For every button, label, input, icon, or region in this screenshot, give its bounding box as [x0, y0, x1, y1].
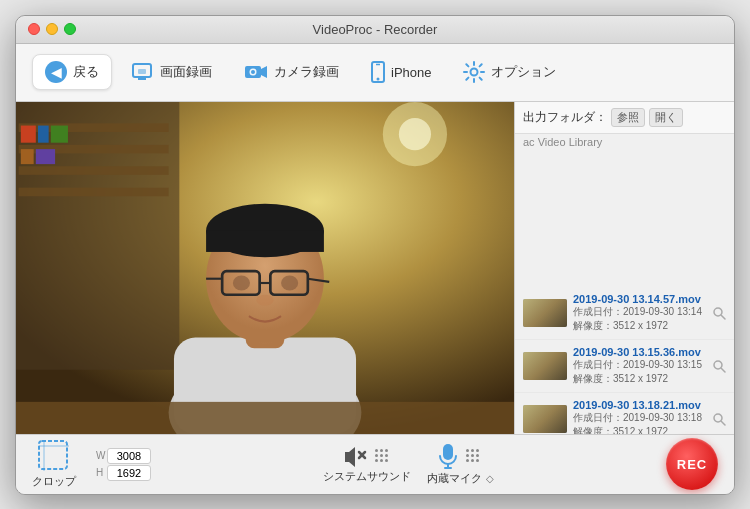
file-date: 作成日付：2019-09-30 13:15 [573, 358, 706, 372]
svg-rect-18 [38, 125, 49, 142]
file-date: 作成日付：2019-09-30 13:14 [573, 305, 706, 319]
file-list: 2019-09-30 13.14.57.mov 作成日付：2019-09-30 … [515, 283, 734, 434]
gear-icon [463, 61, 485, 83]
output-folder-label: 出力フォルダ： [523, 109, 607, 126]
svg-rect-17 [21, 125, 36, 142]
dot [385, 449, 388, 452]
main-content: 出力フォルダ： 参照 開く ac Video Library 2019-09-3… [16, 102, 734, 434]
list-item[interactable]: 2019-09-30 13.15.36.mov 作成日付：2019-09-30 … [515, 340, 734, 393]
dot [380, 454, 383, 457]
width-input[interactable]: 3008 [107, 448, 151, 464]
crop-icon[interactable] [38, 440, 70, 472]
side-panel: 出力フォルダ： 参照 開く ac Video Library 2019-09-3… [514, 102, 734, 434]
svg-rect-16 [19, 187, 169, 196]
system-sound-control[interactable]: システムサウンド [323, 445, 411, 484]
file-info: 2019-09-30 13.14.57.mov 作成日付：2019-09-30 … [573, 293, 706, 333]
dot [375, 449, 378, 452]
dot [471, 449, 474, 452]
height-letter: H [96, 467, 104, 478]
screen-record-icon [132, 63, 154, 81]
dot [385, 459, 388, 462]
app-window: VideoProc - Recorder ◀ 戻る 画面録画 カメラ録画 [15, 15, 735, 495]
height-input[interactable]: 1692 [107, 465, 151, 481]
dot [476, 454, 479, 457]
microphone-icon [438, 443, 458, 469]
bottom-bar: クロップ W 3008 H 1692 [16, 434, 734, 494]
webcam-preview [16, 102, 514, 434]
window-title: VideoProc - Recorder [313, 22, 438, 37]
screen-record-button[interactable]: 画面録画 [120, 57, 224, 87]
svg-rect-19 [51, 125, 68, 142]
search-icon[interactable] [712, 306, 726, 320]
svg-point-39 [714, 308, 722, 316]
svg-line-40 [722, 315, 726, 319]
svg-point-10 [471, 69, 478, 76]
speaker-muted-icon [343, 445, 367, 467]
svg-point-36 [281, 275, 298, 290]
system-sound-menu-icon[interactable] [371, 445, 392, 466]
minimize-button[interactable] [46, 23, 58, 35]
file-thumbnail [523, 405, 567, 433]
svg-point-43 [714, 414, 722, 422]
dot [385, 454, 388, 457]
open-button[interactable]: 開く [649, 108, 683, 127]
svg-point-35 [233, 275, 250, 290]
mic-menu-icon[interactable] [462, 445, 483, 466]
svg-rect-52 [443, 444, 453, 460]
height-row: H 1692 [96, 465, 151, 481]
camera-record-label: カメラ録画 [274, 63, 339, 81]
camera-record-button[interactable]: カメラ録画 [232, 56, 351, 88]
mic-label: 内蔵マイク [427, 471, 482, 486]
svg-point-41 [714, 361, 722, 369]
svg-marker-6 [261, 66, 267, 78]
search-icon[interactable] [712, 359, 726, 373]
file-name: 2019-09-30 13.15.36.mov [573, 346, 706, 358]
svg-line-42 [722, 368, 726, 372]
svg-point-23 [399, 118, 431, 150]
file-resolution: 解像度：3512 x 1972 [573, 425, 706, 434]
width-letter: W [96, 450, 104, 461]
output-folder-path: ac Video Library [515, 134, 734, 283]
browse-button[interactable]: 参照 [611, 108, 645, 127]
file-name: 2019-09-30 13.18.21.mov [573, 399, 706, 411]
file-date: 作成日付：2019-09-30 13:18 [573, 411, 706, 425]
options-button[interactable]: オプション [451, 55, 568, 89]
list-item[interactable]: 2019-09-30 13.18.21.mov 作成日付：2019-09-30 … [515, 393, 734, 434]
crop-control[interactable]: クロップ [32, 440, 76, 489]
svg-rect-20 [21, 149, 34, 164]
iphone-button[interactable]: iPhone [359, 55, 443, 89]
svg-rect-38 [16, 401, 514, 433]
svg-line-44 [722, 421, 726, 425]
back-button[interactable]: ◀ 戻る [32, 54, 112, 90]
dot [471, 454, 474, 457]
svg-point-37 [256, 294, 273, 305]
mic-sub: ◇ [486, 473, 494, 484]
iphone-icon [371, 61, 385, 83]
toolbar: ◀ 戻る 画面録画 カメラ録画 [16, 44, 734, 102]
titlebar: VideoProc - Recorder [16, 16, 734, 44]
iphone-label: iPhone [391, 65, 431, 80]
crop-label: クロップ [32, 474, 76, 489]
output-folder-bar: 出力フォルダ： 参照 開く [515, 102, 734, 134]
dot [466, 449, 469, 452]
close-button[interactable] [28, 23, 40, 35]
file-info: 2019-09-30 13.18.21.mov 作成日付：2019-09-30 … [573, 399, 706, 434]
svg-point-5 [251, 70, 255, 74]
options-label: オプション [491, 63, 556, 81]
rec-label: REC [677, 457, 707, 472]
mic-label-row: 内蔵マイク ◇ [427, 471, 494, 486]
record-button[interactable]: REC [666, 438, 718, 490]
svg-rect-47 [39, 441, 67, 469]
svg-rect-21 [36, 149, 55, 164]
svg-rect-2 [138, 69, 146, 74]
list-item[interactable]: 2019-09-30 13.14.57.mov 作成日付：2019-09-30 … [515, 287, 734, 340]
file-name: 2019-09-30 13.14.57.mov [573, 293, 706, 305]
dot [476, 449, 479, 452]
search-icon[interactable] [712, 412, 726, 426]
back-arrow-icon: ◀ [45, 61, 67, 83]
file-info: 2019-09-30 13.15.36.mov 作成日付：2019-09-30 … [573, 346, 706, 386]
svg-rect-15 [19, 166, 169, 175]
mic-control[interactable]: 内蔵マイク ◇ [427, 443, 494, 486]
maximize-button[interactable] [64, 23, 76, 35]
back-label: 戻る [73, 63, 99, 81]
